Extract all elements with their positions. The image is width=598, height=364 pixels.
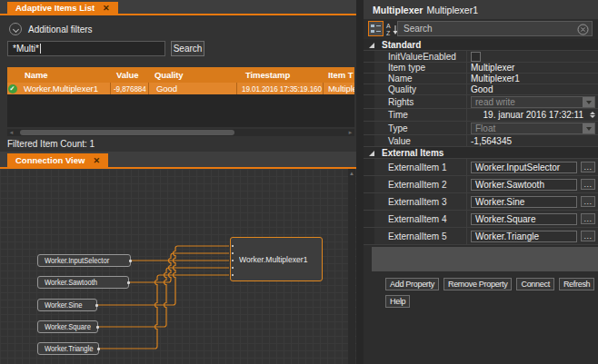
connect-button[interactable]: Connect xyxy=(516,278,553,290)
input-port xyxy=(232,245,234,247)
browse-button[interactable]: ... xyxy=(581,213,595,224)
name-value[interactable]: Multiplexer1 xyxy=(467,74,598,84)
help-button[interactable]: Help xyxy=(385,295,410,308)
input-port xyxy=(232,252,234,254)
refresh-button[interactable]: Refresh xyxy=(559,278,594,290)
property-search-input[interactable]: Search xyxy=(397,21,593,36)
value-value[interactable]: -1,564345 xyxy=(467,135,598,146)
property-row-externalitem-4: ExternalItem 4 Worker.Square ... xyxy=(364,211,598,228)
connection-canvas[interactable]: Worker.InputSelector Worker.Sawtooth Wor… xyxy=(0,169,356,364)
category-standard[interactable]: Standard xyxy=(364,39,598,51)
close-icon[interactable]: ✕ xyxy=(103,4,110,13)
time-value[interactable]: 19. januar 2016 17:32:11 xyxy=(471,110,598,120)
left-area: Adaptive Items List ✕ Additional filters… xyxy=(0,0,356,364)
good-quality-icon: ✓ xyxy=(8,84,17,93)
add-property-button[interactable]: Add Property xyxy=(385,278,439,290)
property-row-externalitem-2: ExternalItem 2 Worker.Sawtooth ... xyxy=(364,176,598,193)
tab-underline xyxy=(0,14,356,15)
additional-filters-expander[interactable]: Additional filters xyxy=(9,23,93,35)
externalitem1-input[interactable]: Worker.InputSelector xyxy=(471,162,577,173)
browse-button[interactable]: ... xyxy=(581,179,595,190)
property-row-quality: Quality Good xyxy=(364,84,598,95)
cell-value: -9,876884 xyxy=(110,83,148,94)
text-caret xyxy=(40,44,41,54)
spin-down-icon[interactable] xyxy=(590,115,595,118)
selected-item-name: Multiplexer1 xyxy=(426,5,478,15)
items-tabstrip: Adaptive Items List ✕ xyxy=(0,0,356,15)
node-input-selector[interactable]: Worker.InputSelector xyxy=(37,254,131,267)
items-table-header[interactable]: Name Value Quality Timestamp Item T xyxy=(7,67,354,83)
quality-value[interactable]: Good xyxy=(467,84,598,94)
col-item-type[interactable]: Item T xyxy=(323,70,354,80)
collapse-triangle-icon[interactable] xyxy=(369,43,374,48)
node-multiplexer[interactable]: Worker.Multiplexer1 xyxy=(230,237,323,281)
scroll-up-icon[interactable]: ▲ xyxy=(348,171,355,176)
categorized-view-icon[interactable] xyxy=(368,21,384,36)
node-sine[interactable]: Worker.Sine xyxy=(37,299,97,311)
additional-filters-label: Additional filters xyxy=(28,25,93,34)
filter-input[interactable]: *Multi* xyxy=(7,41,165,56)
tab-adaptive-items-list[interactable]: Adaptive Items List ✕ xyxy=(7,2,118,14)
property-grid: Standard InitValueEnabled Item type Mult… xyxy=(364,39,598,245)
cell-item-type: Multiple xyxy=(323,83,354,94)
externalitem3-input[interactable]: Worker.Sine xyxy=(471,196,577,208)
cell-name: Worker.Multiplexer1 xyxy=(17,84,110,93)
filtered-item-count: Filtered Item Count: 1 xyxy=(7,139,95,149)
time-spinner[interactable] xyxy=(587,110,596,120)
col-timestamp[interactable]: Timestamp xyxy=(236,70,323,80)
item-type-value[interactable]: Multiplexer xyxy=(467,63,598,73)
combo-arrow-icon[interactable] xyxy=(583,97,594,107)
cell-quality: Good xyxy=(148,83,236,94)
svg-text:A: A xyxy=(386,23,391,29)
input-port xyxy=(232,267,234,269)
col-name[interactable]: Name xyxy=(17,70,110,80)
horizontal-scrollbar[interactable]: ◄ ► xyxy=(7,129,354,136)
scrollbar-thumb[interactable] xyxy=(20,130,234,135)
panel-divider[interactable] xyxy=(356,0,364,364)
collapse-triangle-icon[interactable] xyxy=(369,151,374,156)
tab-connection-view[interactable]: Connection View ✕ xyxy=(7,153,108,167)
property-row-externalitem-3: ExternalItem 3 Worker.Sine ... xyxy=(364,193,598,211)
combo-arrow-icon[interactable] xyxy=(583,123,594,133)
property-panel: Multiplexer Multiplexer1 AZ Search Stand… xyxy=(364,0,598,364)
scroll-right-icon[interactable]: ► xyxy=(346,129,354,136)
property-row-externalitem-1: ExternalItem 1 Worker.InputSelector ... xyxy=(364,159,598,176)
browse-button[interactable]: ... xyxy=(581,196,595,207)
col-quality[interactable]: Quality xyxy=(148,70,236,80)
initvalue-checkbox[interactable] xyxy=(471,52,481,62)
table-row[interactable]: ✓ Worker.Multiplexer1 -9,876884 Good 19.… xyxy=(7,83,354,94)
property-row-value: Value -1,564345 xyxy=(364,135,598,147)
selected-item-type: Multiplexer xyxy=(373,5,423,15)
spin-up-icon[interactable] xyxy=(590,112,595,114)
vertical-scrollbar[interactable]: ▲ xyxy=(348,169,355,364)
items-table: Name Value Quality Timestamp Item T ✓ Wo… xyxy=(7,67,354,127)
clear-search-icon[interactable] xyxy=(577,24,589,37)
type-combobox[interactable]: Float xyxy=(471,123,595,134)
category-external-items[interactable]: External Items xyxy=(364,147,598,159)
col-value[interactable]: Value xyxy=(110,70,148,80)
node-triangle[interactable]: Worker.Triangle xyxy=(37,342,99,355)
close-icon[interactable]: ✕ xyxy=(93,156,100,165)
connection-tabstrip: Connection View ✕ xyxy=(0,152,356,169)
externalitem2-input[interactable]: Worker.Sawtooth xyxy=(471,179,577,191)
externalitem5-input[interactable]: Worker.Triangle xyxy=(471,231,577,242)
node-sawtooth[interactable]: Worker.Sawtooth xyxy=(37,276,129,289)
tab-label: Connection View xyxy=(15,155,85,165)
property-row-rights: Rights read write xyxy=(364,95,598,109)
browse-button[interactable]: ... xyxy=(581,231,595,241)
browse-button[interactable]: ... xyxy=(581,162,595,172)
filter-input-value: *Multi* xyxy=(13,44,39,54)
remove-property-button[interactable]: Remove Property xyxy=(444,278,513,290)
externalitem4-input[interactable]: Worker.Square xyxy=(471,213,577,225)
node-square[interactable]: Worker.Square xyxy=(37,320,98,333)
description-pane xyxy=(372,247,598,271)
rights-combobox[interactable]: read write xyxy=(471,96,595,108)
input-port xyxy=(232,260,234,261)
scroll-left-icon[interactable]: ◄ xyxy=(7,129,15,136)
property-toolbar: AZ Search xyxy=(364,19,598,39)
property-row-type: Type Float xyxy=(364,122,598,135)
search-button[interactable]: Search xyxy=(171,41,204,56)
chevron-down-circle-icon[interactable] xyxy=(9,23,22,35)
action-buttons: Add Property Remove Property Connect Ref… xyxy=(385,278,594,290)
property-row-time: Time 19. januar 2016 17:32:11 xyxy=(364,109,598,122)
